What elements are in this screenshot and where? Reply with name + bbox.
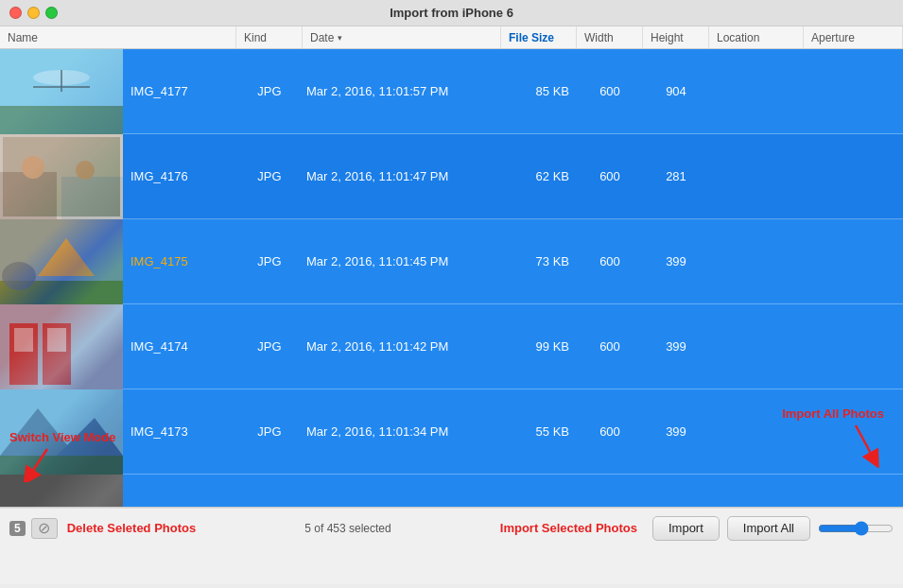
photo-width: 600 [577, 169, 643, 183]
bottom-bar: 5 ⊘ Delete Seleted Photos ☰ ⊞ 5 of 453 s… [0, 507, 903, 584]
photo-date: Mar 2, 2016, 11:01:57 PM [303, 84, 501, 98]
svg-point-13 [2, 262, 36, 290]
table-row[interactable]: IMG_4177JPGMar 2, 2016, 11:01:57 PM85 KB… [0, 49, 903, 134]
window-controls [9, 7, 58, 19]
minimize-button[interactable] [27, 7, 40, 19]
table-row[interactable]: IMG_4174JPGMar 2, 2016, 11:01:42 PM99 KB… [0, 304, 903, 389]
table-row[interactable]: IMG_4172JPGMar 2, 2016, 11:01:30 PM76 KB… [0, 475, 903, 507]
col-header-date[interactable]: Date ▾ [303, 26, 501, 48]
zoom-slider[interactable] [818, 521, 894, 536]
photo-height: 399 [643, 254, 709, 268]
table-row[interactable]: IMG_4175JPGMar 2, 2016, 11:01:45 PM73 KB… [0, 219, 903, 304]
col-header-filesize[interactable]: File Size [501, 26, 577, 48]
svg-rect-6 [0, 172, 57, 219]
photo-name: IMG_4174 [123, 339, 236, 354]
annotation-import-selected: Import Selected Photos [500, 521, 637, 535]
maximize-button[interactable] [45, 7, 58, 19]
col-header-name[interactable]: Name [0, 26, 236, 48]
svg-rect-18 [47, 328, 66, 352]
window-title: Import from iPhone 6 [390, 6, 513, 20]
photo-height: 399 [643, 339, 709, 354]
column-headers: Name Kind Date ▾ File Size Width Height … [0, 26, 903, 49]
table-row[interactable]: IMG_4173JPGMar 2, 2016, 11:01:34 PM55 KB… [0, 389, 903, 475]
col-header-height[interactable]: Height [643, 26, 709, 48]
import-button[interactable]: Import [652, 516, 720, 541]
svg-point-9 [76, 161, 95, 180]
zoom-slider-area [818, 521, 894, 536]
count-badge: 5 [9, 521, 26, 536]
photo-thumbnail [0, 49, 123, 134]
right-controls: Import Selected Photos Import Import All [500, 516, 894, 541]
photo-width: 600 [577, 84, 643, 98]
sort-arrow-icon: ▾ [338, 33, 342, 43]
svg-point-8 [22, 156, 44, 179]
photo-thumbnail [0, 475, 123, 508]
photo-date: Mar 2, 2016, 11:01:34 PM [303, 424, 501, 439]
annotation-delete: Delete Seleted Photos [67, 521, 197, 535]
photo-list[interactable]: IMG_4177JPGMar 2, 2016, 11:01:57 PM85 KB… [0, 49, 903, 507]
photo-height: 399 [643, 424, 709, 439]
photo-name: IMG_4177 [123, 84, 236, 98]
photo-height: 281 [643, 169, 709, 183]
photo-kind: JPG [236, 84, 303, 98]
photo-kind: JPG [236, 339, 303, 354]
photo-kind: JPG [236, 424, 303, 439]
svg-rect-1 [0, 106, 123, 134]
photo-filesize: 62 KB [501, 169, 577, 183]
photo-filesize: 55 KB [501, 424, 577, 439]
col-header-location[interactable]: Location [709, 26, 804, 48]
photo-name: IMG_4175 [123, 254, 236, 268]
titlebar: Import from iPhone 6 [0, 0, 903, 26]
delete-button[interactable]: ⊘ [31, 518, 58, 539]
table-row[interactable]: IMG_4176JPGMar 2, 2016, 11:01:47 PM62 KB… [0, 134, 903, 219]
import-all-button[interactable]: Import All [727, 516, 810, 541]
photo-name: IMG_4176 [123, 169, 236, 183]
col-header-kind[interactable]: Kind [236, 26, 303, 48]
photo-thumbnail [0, 219, 123, 304]
photo-date: Mar 2, 2016, 11:01:45 PM [303, 254, 501, 268]
svg-rect-22 [0, 456, 123, 475]
photo-thumbnail [0, 389, 123, 475]
delete-icon: ⊘ [38, 519, 50, 537]
photo-filesize: 99 KB [501, 339, 577, 354]
svg-rect-23 [0, 475, 123, 508]
photo-width: 600 [577, 424, 643, 439]
status-text: 5 of 453 selected [304, 522, 391, 535]
photo-name: IMG_4173 [123, 424, 236, 439]
photo-height: 904 [643, 84, 709, 98]
svg-rect-7 [61, 177, 123, 219]
photo-date: Mar 2, 2016, 11:01:47 PM [303, 169, 501, 183]
photo-filesize: 85 KB [501, 84, 577, 98]
photo-kind: JPG [236, 169, 303, 183]
photo-width: 600 [577, 339, 643, 354]
col-header-width[interactable]: Width [577, 26, 643, 48]
left-controls: 5 ⊘ Delete Seleted Photos [9, 518, 196, 539]
photo-date: Mar 2, 2016, 11:01:42 PM [303, 339, 501, 354]
col-header-aperture[interactable]: Aperture [804, 26, 903, 48]
photo-thumbnail [0, 304, 123, 389]
photo-kind: JPG [236, 254, 303, 268]
svg-rect-17 [14, 328, 33, 352]
close-button[interactable] [9, 7, 22, 19]
photo-thumbnail [0, 134, 123, 219]
photo-filesize: 73 KB [501, 254, 577, 268]
photo-width: 600 [577, 254, 643, 268]
